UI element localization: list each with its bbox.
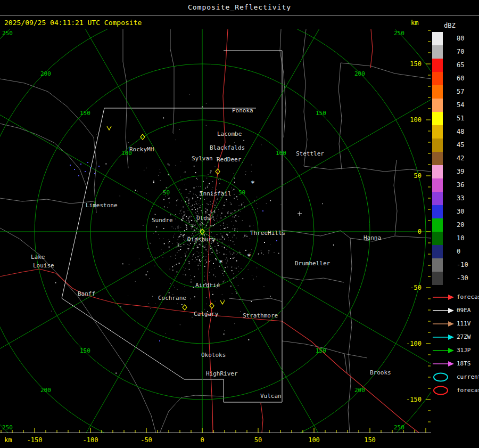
radar-echo-speckle xyxy=(185,214,185,214)
radar-echo-speckle xyxy=(225,216,226,217)
radar-echo-speckle xyxy=(148,304,149,304)
radar-echo-speckle xyxy=(214,224,215,225)
radar-echo-speckle xyxy=(211,176,211,177)
radar-echo-speckle xyxy=(204,234,205,235)
radar-echo-speckle xyxy=(169,292,170,294)
radar-echo-speckle xyxy=(234,182,235,183)
radar-echo-speckle xyxy=(197,246,197,246)
radar-echo-speckle xyxy=(183,238,184,238)
radar-echo-speckle xyxy=(251,165,252,165)
axis-unit-label: km xyxy=(4,436,12,444)
radar-echo-speckle xyxy=(212,217,212,218)
legend-label: forecast xyxy=(457,290,479,304)
radar-echo-speckle xyxy=(172,226,172,227)
radar-echo-speckle xyxy=(197,208,198,209)
range-ring-label: 200 xyxy=(354,387,365,394)
radar-echo-speckle xyxy=(188,250,188,250)
radar-echo-speckle xyxy=(196,186,197,187)
window-title: Composite_Reflectivity xyxy=(0,0,479,15)
radar-echo-speckle xyxy=(243,238,243,238)
radar-echo-speckle xyxy=(170,283,171,283)
radar-echo-speckle xyxy=(232,188,232,188)
radar-echo-speckle xyxy=(220,215,220,215)
radar-echo-speckle xyxy=(197,265,199,266)
radar-echo-speckle xyxy=(174,286,174,286)
radar-echo-speckle xyxy=(195,261,195,262)
radar-echo-speckle xyxy=(179,231,179,231)
radar-echo-speckle xyxy=(208,254,209,255)
radar-echo-speckle xyxy=(186,252,187,252)
storm-motion-arrow-icon xyxy=(432,319,455,329)
radar-echo-speckle xyxy=(188,205,189,206)
radar-echo-speckle xyxy=(177,226,178,226)
radar-echo-speckle xyxy=(221,197,221,198)
radar-echo-speckle xyxy=(213,211,214,212)
radar-map[interactable]: 5010015020025050100150200250150200250150… xyxy=(0,29,431,433)
radar-echo-speckle xyxy=(270,244,270,245)
radar-echo-speckle xyxy=(186,227,187,228)
radar-echo-speckle xyxy=(264,286,265,287)
radar-echo-speckle xyxy=(246,236,247,237)
radar-echo-speckle xyxy=(191,224,192,225)
radar-echo-speckle xyxy=(227,233,227,234)
weak-echo-dot xyxy=(80,164,81,165)
radar-echo-speckle xyxy=(175,214,176,215)
radar-echo-speckle xyxy=(194,243,195,244)
radar-echo-speckle xyxy=(205,260,205,260)
radar-echo-speckle xyxy=(193,194,194,194)
radar-echo-speckle xyxy=(176,271,177,272)
radar-echo-speckle xyxy=(241,268,242,268)
radar-echo-speckle xyxy=(135,281,136,282)
radar-echo-speckle xyxy=(185,263,185,264)
storm-motion-arrow-icon xyxy=(432,292,455,303)
radar-echo-speckle xyxy=(199,252,199,253)
radar-echo-speckle xyxy=(194,207,195,208)
radar-echo-speckle xyxy=(159,239,160,239)
radar-echo-speckle xyxy=(183,244,184,245)
radar-echo-speckle xyxy=(244,206,245,207)
radar-echo-speckle xyxy=(218,209,219,210)
radar-echo-speckle xyxy=(227,227,228,228)
radar-echo-speckle xyxy=(200,224,200,225)
weak-echo-dot xyxy=(276,240,277,241)
city-label: Innisfail xyxy=(200,190,232,197)
radar-echo-speckle xyxy=(234,198,235,199)
radar-echo-speckle xyxy=(161,249,162,249)
radar-map-area[interactable]: 5010015020025050100150200250150200250150… xyxy=(0,29,431,433)
radar-echo-speckle xyxy=(206,227,207,228)
radar-echo-speckle xyxy=(195,231,196,231)
radar-echo-speckle xyxy=(192,233,193,234)
radar-echo-speckle xyxy=(212,291,212,291)
radar-echo-speckle xyxy=(180,177,180,177)
radar-echo-speckle xyxy=(163,117,164,118)
radar-echo-speckle xyxy=(233,189,234,190)
radar-echo-speckle xyxy=(238,209,239,210)
radar-echo-speckle xyxy=(196,178,197,179)
radar-echo-speckle xyxy=(189,216,190,217)
range-ring-label: 50 xyxy=(238,189,245,196)
radar-echo-speckle xyxy=(234,178,235,179)
radar-echo-speckle xyxy=(216,203,217,203)
radar-echo-speckle xyxy=(159,175,159,176)
radar-echo-speckle xyxy=(186,221,187,221)
x-axis-tick-label: 100 xyxy=(308,436,320,444)
radar-echo-speckle xyxy=(194,204,195,205)
radar-echo-speckle xyxy=(200,224,201,225)
radar-echo-speckle xyxy=(210,201,211,202)
radar-echo-speckle xyxy=(224,254,225,255)
radar-echo-speckle xyxy=(212,247,212,248)
range-ring-label: 250 xyxy=(2,424,13,431)
radar-echo-speckle xyxy=(169,202,170,203)
radar-echo-speckle xyxy=(234,228,235,229)
range-ring-label: 150 xyxy=(80,110,90,117)
radar-echo-speckle xyxy=(189,191,191,192)
radar-echo-speckle xyxy=(257,203,257,204)
radar-echo-speckle xyxy=(199,203,199,204)
radar-echo-speckle xyxy=(224,239,225,240)
radar-echo-speckle xyxy=(183,274,184,275)
radar-echo-speckle xyxy=(156,226,157,227)
radar-echo-speckle xyxy=(224,248,225,248)
radar-echo-speckle xyxy=(179,189,179,190)
radar-echo-speckle xyxy=(268,250,269,251)
radar-echo-speckle xyxy=(180,249,181,250)
